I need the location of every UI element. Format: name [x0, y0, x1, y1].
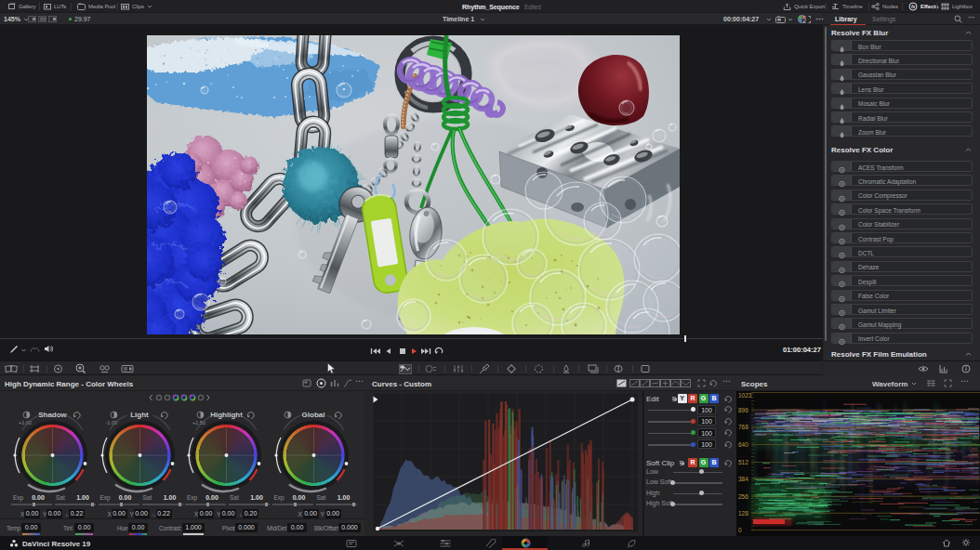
svg-text:896: 896 [738, 407, 748, 413]
svg-text:768: 768 [738, 424, 748, 430]
svg-text:0: 0 [738, 527, 742, 533]
svg-text:fx: fx [911, 4, 916, 9]
svg-text:256: 256 [738, 493, 748, 500]
svg-text:640: 640 [738, 441, 748, 448]
svg-text:512: 512 [738, 459, 748, 465]
svg-text:128: 128 [738, 510, 748, 517]
svg-text:1023: 1023 [738, 392, 752, 399]
svg-text:384: 384 [738, 476, 748, 482]
